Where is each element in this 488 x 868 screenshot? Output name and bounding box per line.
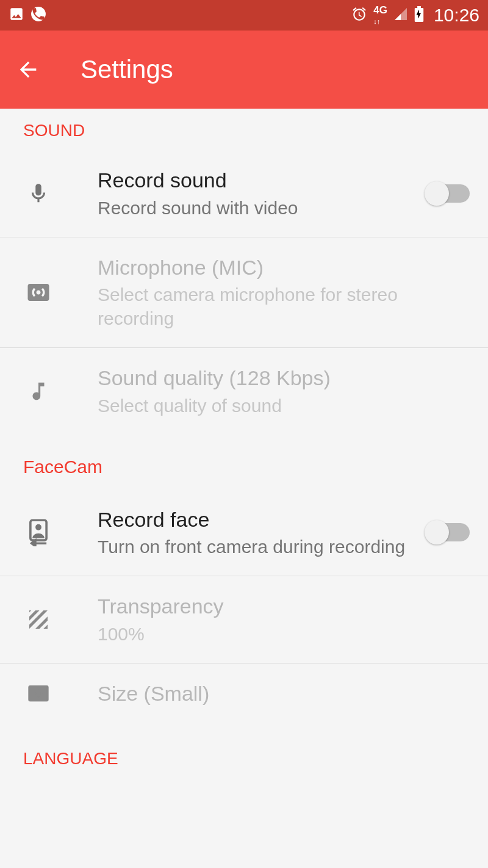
status-bar: 4G↓↑ 10:26 — [0, 0, 488, 31]
item-subtitle: Turn on front camera during recording — [98, 535, 416, 559]
network-4g-icon: 4G↓↑ — [373, 5, 387, 26]
music-note-icon — [23, 380, 54, 403]
item-title: Record sound — [98, 167, 416, 193]
item-subtitle: Select quality of sound — [98, 394, 470, 418]
phone-icon — [30, 6, 46, 24]
battery-charging-icon — [414, 6, 424, 24]
item-title: Record face — [98, 507, 416, 533]
section-header-sound: SOUND — [0, 109, 488, 150]
alarm-icon — [351, 6, 367, 24]
mic-icon — [23, 182, 54, 205]
item-size[interactable]: Size (Small) — [0, 664, 488, 724]
back-button[interactable] — [15, 56, 41, 83]
clock-text: 10:26 — [434, 5, 479, 26]
resize-icon — [23, 681, 54, 706]
item-subtitle: Select camera microphone for stereo reco… — [98, 283, 470, 330]
surround-icon — [23, 280, 54, 305]
item-title: Size (Small) — [98, 681, 470, 707]
svg-point-2 — [35, 524, 41, 530]
page-title: Settings — [81, 55, 173, 84]
stripes-icon — [23, 607, 54, 632]
app-bar: Settings — [0, 31, 488, 109]
record-face-toggle[interactable] — [426, 523, 470, 541]
section-header-language: LANGUAGE — [0, 723, 488, 778]
item-sound-quality[interactable]: Sound quality (128 Kbps) Select quality … — [0, 348, 488, 435]
record-sound-toggle[interactable] — [426, 184, 470, 203]
item-microphone[interactable]: Microphone (MIC) Select camera microphon… — [0, 237, 488, 349]
item-subtitle: 100% — [98, 622, 470, 646]
item-title: Microphone (MIC) — [98, 255, 470, 281]
settings-list: SOUND Record sound Record sound with vid… — [0, 109, 488, 778]
section-header-facecam: FaceCam — [0, 435, 488, 490]
item-title: Transparency — [98, 593, 470, 620]
picture-icon — [9, 6, 24, 24]
item-record-face[interactable]: Record face Turn on front camera during … — [0, 490, 488, 577]
item-transparency[interactable]: Transparency 100% — [0, 576, 488, 664]
item-title: Sound quality (128 Kbps) — [98, 365, 470, 391]
front-camera-icon — [23, 518, 54, 546]
item-subtitle: Record sound with video — [98, 196, 416, 220]
signal-icon — [393, 7, 408, 24]
svg-rect-3 — [29, 686, 48, 700]
item-record-sound[interactable]: Record sound Record sound with video — [0, 150, 488, 237]
